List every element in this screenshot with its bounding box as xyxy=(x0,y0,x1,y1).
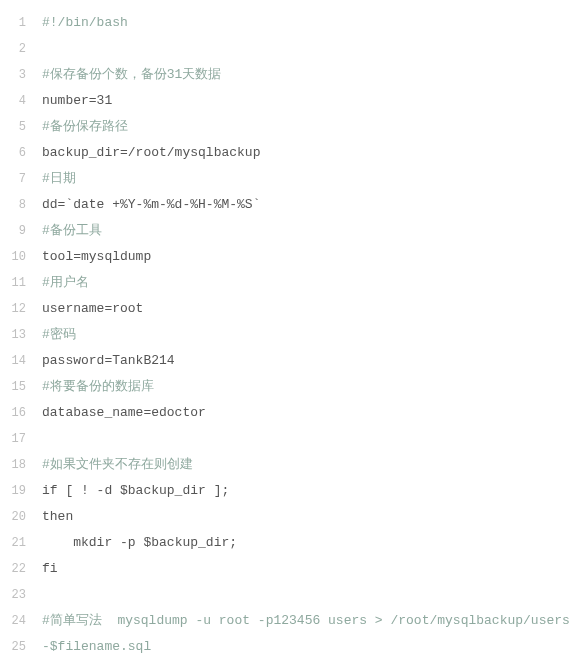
code-text: username=root xyxy=(42,301,143,316)
code-line: 8dd=`date +%Y-%m-%d-%H-%M-%S` xyxy=(0,192,587,218)
code-content: fi xyxy=(34,556,587,582)
comment-text: #!/bin/bash xyxy=(42,15,128,30)
code-line: 7#日期 xyxy=(0,166,587,192)
comment-text: #密码 xyxy=(42,327,76,342)
code-line: 24#简单写法 mysqldump -u root -p123456 users… xyxy=(0,608,587,634)
code-line: 25-$filename.sql xyxy=(0,634,587,660)
code-block: 1#!/bin/bash23#保存备份个数，备份31天数据4number=315… xyxy=(0,10,587,660)
code-text: tool=mysqldump xyxy=(42,249,151,264)
code-text: password=TankB214 xyxy=(42,353,175,368)
comment-text: #用户名 xyxy=(42,275,89,290)
line-number: 7 xyxy=(0,166,34,192)
code-text: number=31 xyxy=(42,93,112,108)
line-number: 5 xyxy=(0,114,34,140)
line-number: 10 xyxy=(0,244,34,270)
code-text: if [ ! -d $backup_dir ]; xyxy=(42,483,229,498)
line-number: 14 xyxy=(0,348,34,374)
code-line: 9#备份工具 xyxy=(0,218,587,244)
code-line: 2 xyxy=(0,36,587,62)
code-text: then xyxy=(42,509,73,524)
line-number: 12 xyxy=(0,296,34,322)
line-number: 2 xyxy=(0,36,34,62)
line-number: 17 xyxy=(0,426,34,452)
code-line: 1#!/bin/bash xyxy=(0,10,587,36)
comment-text: #简单写法 mysqldump -u root -p123456 users >… xyxy=(42,613,570,628)
code-text: database_name=edoctor xyxy=(42,405,206,420)
code-line: 14password=TankB214 xyxy=(0,348,587,374)
code-content: #备份工具 xyxy=(34,218,587,244)
code-text: backup_dir=/root/mysqlbackup xyxy=(42,145,260,160)
line-number: 20 xyxy=(0,504,34,530)
line-number: 3 xyxy=(0,62,34,88)
line-number: 8 xyxy=(0,192,34,218)
code-content: username=root xyxy=(34,296,587,322)
code-line: 11#用户名 xyxy=(0,270,587,296)
code-content: dd=`date +%Y-%m-%d-%H-%M-%S` xyxy=(34,192,587,218)
code-content: tool=mysqldump xyxy=(34,244,587,270)
comment-text: #保存备份个数，备份31天数据 xyxy=(42,67,221,82)
code-text: mkdir -p $backup_dir; xyxy=(42,535,237,550)
line-number: 19 xyxy=(0,478,34,504)
line-number: 24 xyxy=(0,608,34,634)
line-number: 9 xyxy=(0,218,34,244)
code-line: 4number=31 xyxy=(0,88,587,114)
comment-text: #如果文件夹不存在则创建 xyxy=(42,457,193,472)
code-line: 13#密码 xyxy=(0,322,587,348)
code-content: number=31 xyxy=(34,88,587,114)
code-content: #日期 xyxy=(34,166,587,192)
code-content: database_name=edoctor xyxy=(34,400,587,426)
line-number: 11 xyxy=(0,270,34,296)
comment-text: #将要备份的数据库 xyxy=(42,379,154,394)
code-line: 15#将要备份的数据库 xyxy=(0,374,587,400)
code-content: backup_dir=/root/mysqlbackup xyxy=(34,140,587,166)
line-number: 18 xyxy=(0,452,34,478)
code-content: #将要备份的数据库 xyxy=(34,374,587,400)
code-line: 19if [ ! -d $backup_dir ]; xyxy=(0,478,587,504)
code-content: if [ ! -d $backup_dir ]; xyxy=(34,478,587,504)
code-content: #如果文件夹不存在则创建 xyxy=(34,452,587,478)
line-number: 15 xyxy=(0,374,34,400)
code-line: 18#如果文件夹不存在则创建 xyxy=(0,452,587,478)
code-line: 16database_name=edoctor xyxy=(0,400,587,426)
code-content: #保存备份个数，备份31天数据 xyxy=(34,62,587,88)
code-text: fi xyxy=(42,561,58,576)
code-content: mkdir -p $backup_dir; xyxy=(34,530,587,556)
code-line: 17 xyxy=(0,426,587,452)
comment-text: -$filename.sql xyxy=(42,639,151,654)
line-number: 16 xyxy=(0,400,34,426)
comment-text: #日期 xyxy=(42,171,76,186)
code-content: #用户名 xyxy=(34,270,587,296)
line-number: 23 xyxy=(0,582,34,608)
code-text: dd=`date +%Y-%m-%d-%H-%M-%S` xyxy=(42,197,260,212)
code-line: 23 xyxy=(0,582,587,608)
code-line: 6backup_dir=/root/mysqlbackup xyxy=(0,140,587,166)
code-line: 22fi xyxy=(0,556,587,582)
code-content: #!/bin/bash xyxy=(34,10,587,36)
code-line: 3#保存备份个数，备份31天数据 xyxy=(0,62,587,88)
code-content: #密码 xyxy=(34,322,587,348)
line-number: 6 xyxy=(0,140,34,166)
line-number: 13 xyxy=(0,322,34,348)
line-number: 21 xyxy=(0,530,34,556)
code-content: -$filename.sql xyxy=(34,634,587,660)
code-line: 10tool=mysqldump xyxy=(0,244,587,270)
code-content: password=TankB214 xyxy=(34,348,587,374)
comment-text: #备份工具 xyxy=(42,223,102,238)
code-content: then xyxy=(34,504,587,530)
line-number: 1 xyxy=(0,10,34,36)
line-number: 25 xyxy=(0,634,34,660)
comment-text: #备份保存路径 xyxy=(42,119,128,134)
code-line: 21 mkdir -p $backup_dir; xyxy=(0,530,587,556)
code-content: #简单写法 mysqldump -u root -p123456 users >… xyxy=(34,608,587,634)
line-number: 4 xyxy=(0,88,34,114)
code-line: 20then xyxy=(0,504,587,530)
line-number: 22 xyxy=(0,556,34,582)
code-line: 12username=root xyxy=(0,296,587,322)
code-line: 5#备份保存路径 xyxy=(0,114,587,140)
code-content: #备份保存路径 xyxy=(34,114,587,140)
